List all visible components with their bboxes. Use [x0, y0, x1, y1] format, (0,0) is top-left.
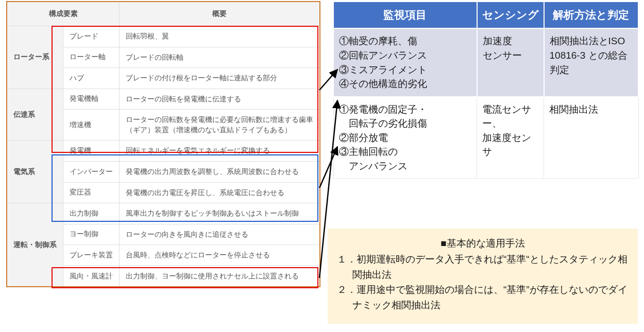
- monitor-items-1: ①軸受の摩耗、傷②回転アンバランス③ミスアライメント④その他構造的劣化: [333, 28, 477, 96]
- header-sensing: センシング: [477, 2, 544, 28]
- group-control: 運転・制御系: [7, 203, 63, 287]
- group-electrical: 電気系: [7, 141, 63, 203]
- header-monitor: 監視項目: [333, 2, 477, 28]
- table-row: ローター系 ブレード 回転羽根、翼: [7, 26, 320, 47]
- monitor-items-2: ①発電機の固定子・ 回転子の劣化損傷②部分放電③主軸回転の アンバランス: [333, 97, 477, 179]
- header-analysis: 解析方法と判定: [544, 2, 639, 28]
- note-item-2: ２．運用途中で監視開始の場合には、“基準”が存在しないのでダイナミック相関抽出法: [337, 282, 629, 312]
- sensing-2: 電流センサー、加速度センサ: [477, 97, 544, 179]
- table-row: 伝達系 発電機軸 ローターの回転を発電機に伝達する: [7, 89, 320, 110]
- note-title: ■基本的な適用手法: [337, 236, 629, 251]
- monitoring-table: 監視項目 センシング 解析方法と判定 ①軸受の摩耗、傷②回転アンバランス③ミスア…: [333, 1, 639, 179]
- table-row: ①発電機の固定子・ 回転子の劣化損傷②部分放電③主軸回転の アンバランス 電流セ…: [333, 97, 638, 179]
- analysis-1: 相関抽出法とISO 10816-3 との総合判定: [544, 28, 639, 96]
- sensing-1: 加速度センサー: [477, 28, 544, 96]
- table-row: 電気系 発電機 回転エネルギーを電気エネルギーに変換する: [7, 141, 320, 162]
- group-transmission: 伝達系: [7, 89, 63, 141]
- header-component: 構成要素: [7, 2, 120, 26]
- table-row: 運転・制御系 出力制御 風車出力を制御するピッチ制御あるいはストール制御: [7, 203, 320, 224]
- analysis-2: 相関抽出法: [544, 97, 639, 179]
- group-rotor: ローター系: [7, 26, 63, 89]
- note-item-1: １．初期運転時のデータ入手できれば“基準“としたスタティック相関抽出法: [337, 252, 629, 282]
- component-overview-table: 構成要素 概要 ローター系 ブレード 回転羽根、翼 ローター軸 ブレードの回転軸…: [6, 1, 320, 287]
- table-row: ①軸受の摩耗、傷②回転アンバランス③ミスアライメント④その他構造的劣化 加速度セ…: [333, 28, 638, 96]
- header-overview: 概要: [120, 2, 320, 26]
- application-method-note: ■基本的な適用手法 １．初期運転時のデータ入手できれば“基準“としたスタティック…: [328, 229, 638, 324]
